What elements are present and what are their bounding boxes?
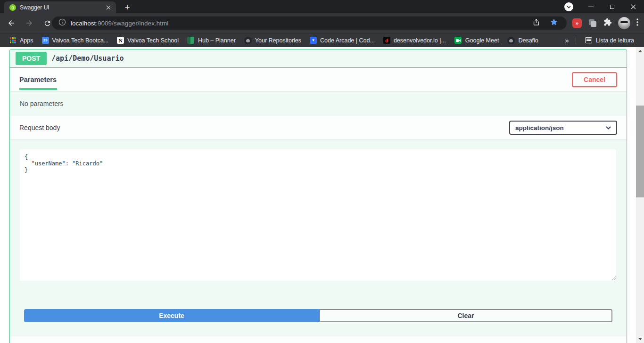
bookmark-label: Google Meet [465, 37, 499, 44]
chevron-down-icon [606, 126, 611, 130]
page-scrollbar[interactable] [636, 47, 644, 343]
bookmark-vaivoa-tech-bootcamp[interactable]: 29 Vaivoa Tech Bootca... [38, 35, 113, 46]
bookmark-desenvolvedor-io[interactable]: d desenvolvedor.io |... [379, 35, 450, 46]
scroll-up-icon[interactable] [636, 47, 644, 55]
opblock-summary[interactable]: POST /api/Demo/Usuario [10, 49, 627, 68]
bookmark-hub-planner[interactable]: Hub – Planner [183, 35, 240, 46]
tab-close-icon[interactable] [105, 4, 112, 11]
bookmark-star-icon[interactable] [550, 18, 558, 28]
github-icon [507, 37, 515, 44]
tab-parameters[interactable]: Parameters [19, 76, 57, 83]
bookmark-apps[interactable]: Apps [5, 35, 38, 46]
bookmark-code-arcade[interactable]: ▼ Code Arcade | Cod... [305, 35, 379, 46]
browser-window: Swagger UI + [0, 0, 644, 47]
desenvolvedor-io-icon: d [383, 37, 390, 44]
tab-title: Swagger UI [20, 4, 105, 11]
browser-tab-swagger-ui[interactable]: Swagger UI [4, 1, 116, 13]
execute-wrapper: Execute Clear [24, 309, 612, 322]
bookmark-google-meet[interactable]: Google Meet [450, 35, 504, 46]
bookmarks-bar: Apps 29 Vaivoa Tech Bootca... N Vaivoa T… [0, 33, 644, 47]
request-body-editor[interactable]: { "userName": "Ricardo" } [20, 149, 616, 281]
page-content: POST /api/Demo/Usuario Parameters Cancel… [0, 47, 644, 343]
media-type-value: application/json [515, 124, 564, 131]
bookmark-vaivoa-tech-school[interactable]: N Vaivoa Tech School [113, 35, 183, 46]
bookmark-label: Vaivoa Tech School [127, 37, 179, 44]
bookmark-label: desenvolvedor.io |... [394, 37, 446, 44]
parameters-section-header: Parameters Cancel [10, 68, 627, 91]
request-body-section: { "userName": "Ricardo" } Execute Clear [10, 149, 627, 343]
bookmark-your-repositories[interactable]: Your Repositories [240, 35, 305, 46]
window-controls [580, 0, 644, 13]
chrome-menu-icon[interactable] [636, 18, 638, 28]
bookmark-label: Your Repositories [255, 37, 301, 44]
planner-icon [187, 37, 194, 44]
address-bar[interactable]: localhost:9009/swagger/index.html [52, 16, 567, 30]
apps-grid-icon [9, 37, 17, 44]
code-arcade-icon: ▼ [310, 37, 317, 44]
bookmark-label: Desafio [518, 37, 538, 44]
new-tab-button[interactable]: + [122, 2, 133, 13]
github-icon [244, 37, 252, 44]
minimize-button[interactable] [580, 0, 602, 13]
no-parameters-text: No parameters [10, 91, 627, 116]
bookmarks-divider [576, 36, 576, 44]
restore-button[interactable] [602, 0, 623, 13]
site-info-icon[interactable] [58, 18, 66, 28]
reading-list-icon [585, 37, 592, 43]
extensions-cluster: » [572, 13, 638, 33]
bookmark-label: Hub – Planner [198, 37, 236, 44]
tab-strip: Swagger UI + [0, 0, 644, 13]
clear-button[interactable]: Clear [319, 309, 612, 322]
reading-list-button[interactable]: Lista de leitura [581, 35, 638, 46]
back-icon[interactable] [6, 17, 17, 29]
scroll-down-icon[interactable] [636, 335, 644, 343]
notion-icon: N [117, 37, 124, 44]
media-type-select[interactable]: application/json [509, 121, 617, 135]
url-path: :9009/swagger/index.html [96, 20, 168, 27]
reload-icon[interactable] [41, 17, 53, 29]
close-button[interactable] [623, 0, 644, 13]
reading-list-label: Lista de leitura [596, 37, 634, 44]
bookmark-label: Apps [20, 37, 33, 44]
bookmark-label: Vaivoa Tech Bootca... [52, 37, 109, 44]
request-body-label: Request body [19, 124, 60, 131]
responses-section-header [10, 336, 627, 343]
url-text: localhost:9009/swagger/index.html [71, 20, 532, 27]
extensions-puzzle-icon[interactable] [603, 18, 612, 28]
google-calendar-icon: 29 [42, 37, 49, 44]
swagger-opblock-post: POST /api/Demo/Usuario Parameters Cancel… [9, 49, 627, 343]
photos-extension-icon[interactable] [588, 18, 597, 28]
bookmarks-overflow-icon[interactable]: » [563, 36, 570, 44]
cancel-button[interactable]: Cancel [572, 72, 617, 87]
browser-toolbar: localhost:9009/swagger/index.html » [0, 13, 644, 33]
swagger-favicon-icon [9, 4, 16, 11]
scrollbar-thumb[interactable] [636, 106, 644, 197]
tab-search-button[interactable] [564, 2, 573, 11]
video-speed-extension-icon[interactable]: » [572, 18, 582, 28]
forward-icon[interactable] [24, 17, 35, 29]
bookmark-desafio[interactable]: Desafio [503, 35, 542, 46]
request-body-section-header: Request body application/json [10, 116, 627, 139]
google-meet-icon [454, 37, 462, 44]
http-method-badge: POST [16, 52, 47, 65]
endpoint-path: /api/Demo/Usuario [51, 54, 124, 63]
share-icon[interactable] [532, 18, 540, 28]
bookmark-label: Code Arcade | Cod... [320, 37, 375, 44]
url-host: localhost [71, 20, 96, 27]
profile-avatar[interactable] [618, 17, 630, 29]
execute-button[interactable]: Execute [24, 309, 319, 322]
